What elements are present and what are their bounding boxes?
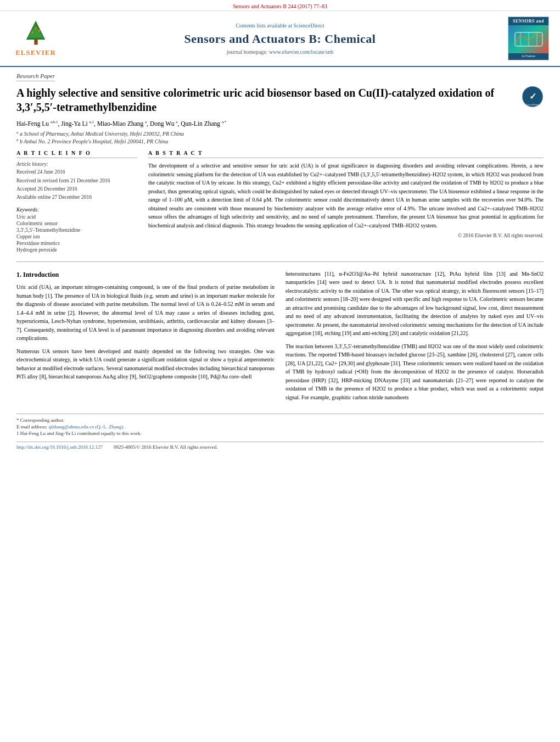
footer-bar: http://dx.doi.org/10.1016/j.snb.2016.12.… [16,442,544,450]
article-title: A highly selective and sensitive colorim… [16,86,516,114]
body-col-left: 1. Introduction Uric acid (UA), an impor… [16,270,275,406]
svg-point-3 [31,31,33,34]
body-content: 1. Introduction Uric acid (UA), an impor… [16,270,544,406]
crossmark-icon: ✓ CrossMark [522,86,544,108]
elsevier-text: ELSEVIER [15,48,56,57]
svg-point-5 [35,28,36,30]
sensors-logo-bottom-text: AcTuators [508,53,548,60]
keyword-1: Uric acid [16,214,137,220]
sensors-logo-image [508,25,548,53]
journal-homepage: journal homepage: www.elsevier.com/locat… [60,49,500,55]
email-link[interactable]: qlzhang@ahmu.edu.cn (Q.-L. Zhang). [48,424,124,429]
authors-line: Hai-Feng Lu a,b,1, Jing-Ya Li a,1, Miao-… [16,120,544,127]
body-para-2: Numerous UA sensors have been developed … [16,347,275,381]
keyword-5: Peroxidase mimetics [16,241,137,246]
available-date: Available online 27 December 2016 [16,194,137,201]
abstract-heading: A B S T R A C T [148,150,544,158]
elsevier-logo: ELSEVIER [11,20,60,57]
paper-type-label: Research Paper [16,72,55,81]
affiliations: a a School of Pharmacy, Anhui Medical Un… [16,130,544,145]
article-history: Article history: Received 24 June 2016 R… [16,161,137,201]
keywords-label: Keywords: [16,207,137,213]
revised-date: Received in revised form 21 December 201… [16,177,137,185]
abstract-col: A B S T R A C T The development of a sel… [148,150,544,253]
affil-row-2: b b Anhui No. 2 Province People's Hospit… [16,138,544,144]
email-note: E-mail address: qlzhang@ahmu.edu.cn (Q.-… [16,424,544,429]
sensors-logo: SENSORS and AcTuators [500,16,549,60]
copyright-line: © 2016 Elsevier B.V. All rights reserved… [148,233,544,238]
keyword-3: 3,3′,5,5′-Tetramethylbenzidine [16,227,137,233]
contribution-note: 1 Hai-Feng Lu and Jing-Ya Li contributed… [16,431,544,436]
body-col-right: heterostructures [11], α-Fe2O3@Au–Pd hyb… [285,270,544,406]
svg-point-4 [38,30,40,32]
citation-bar: Sensors and Actuators B 244 (2017) 77–83 [0,0,560,11]
sensors-logo-box: SENSORS and AcTuators [508,16,549,60]
keyword-4: Copper ion [16,234,137,239]
received-date: Received 24 June 2016 [16,169,137,176]
section-divider [16,261,544,262]
footnotes-area: * Corresponding author. E-mail address: … [16,414,544,436]
keyword-2: Colorimetric sensor [16,221,137,226]
citation-text: Sensors and Actuators B 244 (2017) 77–83 [233,3,327,9]
sciencedirect-link[interactable]: ScienceDirect [293,23,324,29]
article-info-heading: A R T I C L E I N F O [16,150,137,158]
intro-heading: 1. Introduction [16,270,275,280]
keyword-6: Hydrogen peroxide [16,247,137,253]
doi-link[interactable]: http://dx.doi.org/10.1016/j.snb.2016.12.… [16,444,103,450]
article-title-row: A highly selective and sensitive colorim… [16,86,544,114]
svg-text:CrossMark: CrossMark [527,103,539,106]
body-para-3: heterostructures [11], α-Fe2O3@Au–Pd hyb… [285,270,544,338]
contents-line: Contents lists available at ScienceDirec… [60,23,500,29]
elsevier-tree-icon [21,20,51,47]
journal-title-block: Contents lists available at ScienceDirec… [60,23,500,55]
keywords-block: Keywords: Uric acid Colorimetric sensor … [16,207,137,253]
sensor-graphic-icon [512,27,545,52]
accepted-date: Accepted 26 December 2016 [16,186,137,193]
main-content: Research Paper A highly selective and se… [0,67,560,455]
history-label: Article history: [16,161,137,167]
body-para-4: The reaction between 3,3′,5,5′-tetrameth… [285,342,544,402]
homepage-url[interactable]: www.elsevier.com/locate/snb [269,49,333,55]
issn-text: 0925-4005/© 2016 Elsevier B.V. All right… [114,444,217,450]
corresponding-note: * Corresponding author. [16,417,544,423]
svg-text:✓: ✓ [529,92,536,101]
abstract-text: The development of a selective and sensi… [148,161,544,230]
svg-marker-2 [28,25,43,38]
sensors-logo-top-text: SENSORS and [508,17,548,25]
article-meta-area: A R T I C L E I N F O Article history: R… [16,150,544,253]
affil-row-1: a a School of Pharmacy, Anhui Medical Un… [16,130,544,137]
article-info-col: A R T I C L E I N F O Article history: R… [16,150,137,253]
journal-name: Sensors and Actuators B: Chemical [60,32,500,46]
body-para-1: Uric acid (UA), an important nitrogen-co… [16,283,275,343]
journal-header: ELSEVIER Contents lists available at Sci… [0,11,560,67]
